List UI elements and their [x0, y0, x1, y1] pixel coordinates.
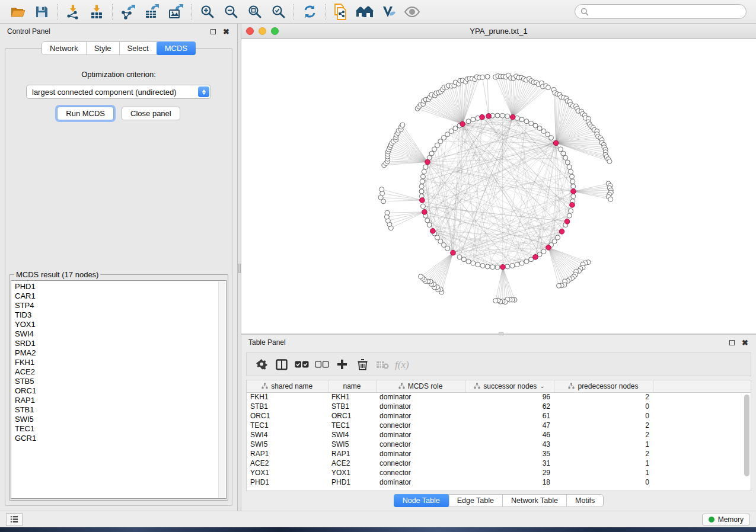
tab-network[interactable]: Network: [42, 42, 87, 55]
mcds-result-item[interactable]: GCR1: [15, 434, 226, 443]
mcds-result-item[interactable]: SWI5: [15, 415, 226, 424]
graph-node[interactable]: [495, 265, 500, 270]
clone-network-button[interactable]: [329, 2, 353, 21]
graph-hub-node[interactable]: [480, 114, 485, 120]
search-input[interactable]: [592, 7, 741, 17]
graph-node[interactable]: [485, 74, 490, 79]
graph-node[interactable]: [461, 257, 466, 262]
run-mcds-button[interactable]: Run MCDS: [57, 107, 114, 120]
mcds-result-item[interactable]: STP4: [15, 301, 226, 310]
graph-node[interactable]: [485, 264, 490, 269]
tab-motifs[interactable]: Motifs: [567, 495, 603, 507]
graph-node[interactable]: [471, 261, 476, 265]
mcds-result-item[interactable]: SRD1: [15, 339, 226, 348]
tab-style[interactable]: Style: [87, 42, 120, 55]
table-scrollbar[interactable]: [744, 395, 749, 476]
graph-hub-node[interactable]: [425, 159, 430, 165]
deselect-all-button[interactable]: [312, 355, 332, 373]
column-header-name[interactable]: name: [328, 380, 376, 392]
zoom-in-button[interactable]: [195, 2, 219, 21]
mcds-result-item[interactable]: FKH1: [15, 358, 226, 367]
graph-node[interactable]: [422, 169, 426, 174]
graph-node[interactable]: [570, 179, 575, 184]
mcds-result-item[interactable]: TEC1: [15, 424, 226, 434]
graph-node[interactable]: [556, 283, 561, 288]
graph-hub-node[interactable]: [546, 245, 551, 251]
open-file-button[interactable]: [6, 2, 30, 21]
mcds-result-item[interactable]: SWI4: [15, 329, 226, 339]
mcds-result-item[interactable]: TID3: [15, 310, 226, 320]
import-table-button[interactable]: [85, 2, 109, 21]
float-panel-button[interactable]: [210, 28, 218, 35]
mcds-result-list[interactable]: PHD1CAR1STP4TID3YOX1SWI4SRD1PMA2FKH1ACE2…: [11, 280, 227, 499]
show-hide-details-button[interactable]: [400, 2, 424, 21]
graph-node[interactable]: [569, 209, 573, 213]
tab-select[interactable]: Select: [120, 42, 157, 55]
table-row[interactable]: ORC1ORC1dominator610: [247, 411, 751, 421]
refresh-view-button[interactable]: [298, 2, 321, 21]
graph-node[interactable]: [565, 160, 570, 165]
column-header-shared-name[interactable]: shared name: [247, 380, 328, 392]
graph-node[interactable]: [567, 213, 572, 218]
mcds-result-item[interactable]: PMA2: [15, 348, 226, 358]
splitter-grip[interactable]: [238, 264, 241, 273]
graph-node[interactable]: [546, 85, 550, 90]
table-row[interactable]: STB1STB1dominator620: [247, 402, 751, 411]
graph-node[interactable]: [505, 264, 510, 269]
mcds-result-item[interactable]: ORC1: [15, 386, 226, 396]
close-panel-button[interactable]: ✖: [223, 28, 230, 35]
graph-node[interactable]: [419, 274, 423, 279]
column-header-successor-nodes[interactable]: successor nodes⌄: [465, 380, 554, 392]
mcds-result-item[interactable]: ACE2: [15, 367, 226, 377]
graph-node[interactable]: [500, 113, 505, 118]
graph-node[interactable]: [561, 151, 566, 156]
table-row[interactable]: SWI5SWI5connector431: [247, 440, 751, 449]
graph-node[interactable]: [453, 126, 458, 131]
graph-node[interactable]: [429, 151, 434, 156]
tab-mcds[interactable]: MCDS: [157, 41, 196, 55]
graph-node[interactable]: [385, 210, 390, 215]
graph-node[interactable]: [419, 184, 424, 189]
vertical-splitter[interactable]: [237, 24, 241, 511]
table-row[interactable]: PHD1PHD1dominator180: [247, 477, 751, 487]
graph-node[interactable]: [505, 114, 510, 118]
graph-hub-node[interactable]: [559, 229, 564, 235]
graph-node[interactable]: [457, 255, 462, 259]
graph-hub-node[interactable]: [422, 210, 428, 215]
graph-hub-node[interactable]: [460, 121, 465, 127]
graph-node[interactable]: [495, 113, 500, 118]
mcds-result-item[interactable]: STB5: [15, 377, 226, 386]
graph-hub-node[interactable]: [500, 264, 506, 270]
graph-node[interactable]: [519, 117, 524, 122]
graph-node[interactable]: [471, 117, 476, 122]
graph-hub-node[interactable]: [451, 250, 456, 255]
mcds-result-item[interactable]: PHD1: [15, 282, 226, 291]
table-row[interactable]: FKH1FKH1dominator962: [247, 392, 751, 402]
table-row[interactable]: SWI4SWI4dominator462: [247, 430, 751, 440]
search-field[interactable]: [575, 4, 747, 19]
zoom-fit-button[interactable]: [243, 2, 266, 21]
graphics-details-button[interactable]: [377, 2, 400, 21]
tab-edge-table[interactable]: Edge Table: [449, 495, 503, 507]
table-row[interactable]: YOX1YOX1connector291: [247, 468, 751, 477]
graph-node[interactable]: [466, 259, 471, 264]
splitter-grip[interactable]: [499, 332, 503, 335]
graph-node[interactable]: [571, 194, 576, 198]
graph-node[interactable]: [379, 187, 384, 192]
graph-node[interactable]: [476, 262, 480, 267]
export-image-button[interactable]: [164, 2, 187, 21]
graph-node[interactable]: [529, 121, 534, 126]
table-row[interactable]: TEC1TEC1connector472: [247, 421, 751, 430]
graph-node[interactable]: [571, 184, 576, 189]
graph-node[interactable]: [435, 235, 439, 240]
graph-node[interactable]: [567, 165, 572, 169]
tab-network-table[interactable]: Network Table: [503, 495, 567, 507]
mcds-result-item[interactable]: RAP1: [15, 396, 226, 405]
criterion-dropdown[interactable]: largest connected component (undirected): [26, 85, 211, 99]
graph-hub-node[interactable]: [430, 229, 436, 234]
graph-node[interactable]: [519, 261, 524, 265]
graph-node[interactable]: [427, 223, 432, 227]
close-table-panel-button[interactable]: ✖: [742, 339, 749, 346]
graph-node[interactable]: [558, 147, 563, 152]
graph-hub-node[interactable]: [486, 114, 492, 119]
